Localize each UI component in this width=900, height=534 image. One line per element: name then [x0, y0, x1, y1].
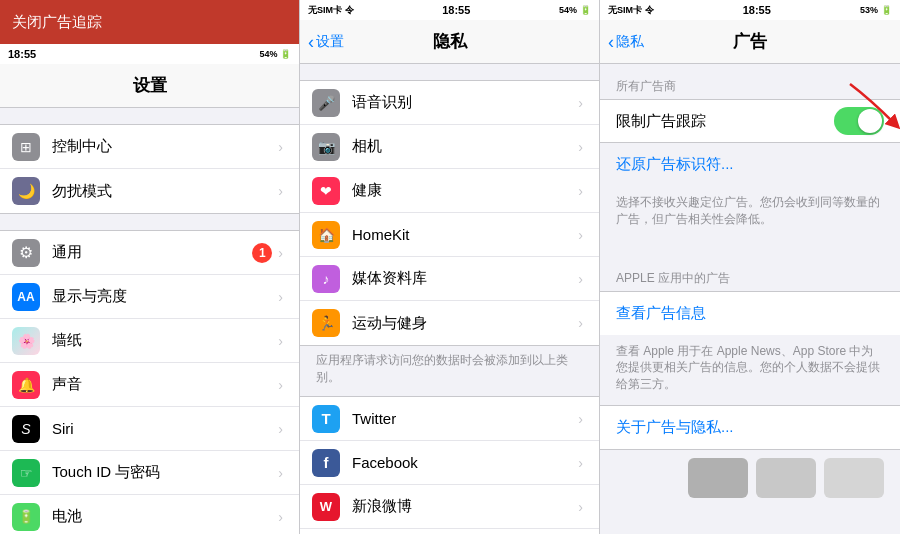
no-sim-p3: 无SIM卡 令 — [608, 4, 654, 17]
media-label: 媒体资料库 — [352, 269, 578, 288]
touchid-label: Touch ID 与密码 — [52, 463, 278, 482]
chevron-icon: › — [578, 227, 583, 243]
nav-title-p1: 设置 — [133, 74, 167, 97]
privacy-item-health[interactable]: ❤ 健康 › — [300, 169, 599, 213]
touchid-icon: ☞ — [12, 459, 40, 487]
chevron-icon: › — [578, 95, 583, 111]
settings-item-wallpaper[interactable]: 🌸 墙纸 › — [0, 319, 299, 363]
status-bar-p2: 无SIM卡 令 18:55 54% 🔋 — [300, 0, 599, 20]
nav-back-label-p3: 隐私 — [616, 33, 644, 51]
siri-icon: S — [12, 415, 40, 443]
thumb-1 — [688, 458, 748, 498]
panel-advertising: 无SIM卡 令 18:55 53% 🔋 ‹ 隐私 广告 所有广告商 限制广告跟踪 — [600, 0, 900, 534]
settings-item-siri[interactable]: S Siri › — [0, 407, 299, 451]
chevron-icon: › — [278, 333, 283, 349]
limit-tracking-row[interactable]: 限制广告跟踪 — [600, 99, 900, 143]
restore-link[interactable]: 还原广告标识符... — [616, 155, 734, 172]
battery-icon-p2: 🔋 — [580, 5, 591, 15]
status-bar-p3: 无SIM卡 令 18:55 53% 🔋 — [600, 0, 900, 20]
back-arrow-icon: ‹ — [308, 33, 314, 51]
motion-icon: 🏃 — [312, 309, 340, 337]
restore-link-row[interactable]: 还原广告标识符... — [600, 143, 900, 186]
apple-section-label: APPLE 应用中的广告 — [600, 256, 900, 291]
status-bar-p1: 18:55 54% 🔋 — [0, 44, 299, 64]
camera-label: 相机 — [352, 137, 578, 156]
chevron-icon: › — [578, 315, 583, 331]
view-info-row[interactable]: 查看广告信息 — [600, 291, 900, 335]
privacy-group-2: T Twitter › f Facebook › W 新浪微博 › — [300, 396, 599, 534]
battery-p2: 54% — [559, 5, 577, 15]
homekit-label: HomeKit — [352, 226, 578, 243]
ad-desc-1: 选择不接收兴趣定位广告。您仍会收到同等数量的广告，但广告相关性会降低。 — [600, 186, 900, 240]
health-icon: ❤ — [312, 177, 340, 205]
panel-settings: 关闭广告追踪 18:55 54% 🔋 设置 ⊞ 控制中心 › — [0, 0, 300, 534]
privacy-item-tencent[interactable]: 腾 腾讯微博 › — [300, 529, 599, 534]
settings-item-touchid[interactable]: ☞ Touch ID 与密码 › — [0, 451, 299, 495]
nav-back-p2[interactable]: ‹ 设置 — [308, 33, 344, 51]
chevron-icon: › — [278, 289, 283, 305]
time-p1: 18:55 — [8, 48, 36, 60]
homekit-icon: 🏠 — [312, 221, 340, 249]
toggle-thumb — [858, 109, 882, 133]
twitter-icon: T — [312, 405, 340, 433]
nav-bar-p1: 设置 — [0, 64, 299, 108]
settings-item-sound[interactable]: 🔔 声音 › — [0, 363, 299, 407]
battery-icon-p3: 🔋 — [881, 5, 892, 15]
bottom-thumbnails — [600, 450, 900, 506]
dnd-icon: 🌙 — [12, 177, 40, 205]
privacy-item-motion[interactable]: 🏃 运动与健身 › — [300, 301, 599, 345]
view-info-link[interactable]: 查看广告信息 — [616, 304, 706, 321]
battery-p3: 53% — [860, 5, 878, 15]
general-icon: ⚙ — [12, 239, 40, 267]
wallpaper-icon: 🌸 — [12, 327, 40, 355]
media-icon: ♪ — [312, 265, 340, 293]
nav-back-label: 设置 — [316, 33, 344, 51]
all-advertisers-label: 所有广告商 — [600, 64, 900, 99]
nav-title-p2: 隐私 — [433, 30, 467, 53]
privacy-item-twitter[interactable]: T Twitter › — [300, 397, 599, 441]
status-icons-p1: 54% 🔋 — [259, 49, 291, 59]
top-banner[interactable]: 关闭广告追踪 — [0, 0, 299, 44]
no-sim-p2: 无SIM卡 令 — [308, 4, 354, 17]
view-info-desc: 查看 Apple 用于在 Apple News、App Store 中为您提供更… — [600, 335, 900, 405]
chevron-icon: › — [578, 411, 583, 427]
control-center-icon: ⊞ — [12, 133, 40, 161]
nav-title-p3: 广告 — [733, 30, 767, 53]
settings-item-control-center[interactable]: ⊞ 控制中心 › — [0, 125, 299, 169]
settings-item-dnd[interactable]: 🌙 勿扰模式 › — [0, 169, 299, 213]
settings-item-display[interactable]: AA 显示与亮度 › — [0, 275, 299, 319]
settings-group-1: ⊞ 控制中心 › 🌙 勿扰模式 › — [0, 124, 299, 214]
nav-bar-p3: ‹ 隐私 广告 — [600, 20, 900, 64]
limit-tracking-toggle[interactable] — [834, 107, 884, 135]
chevron-icon: › — [278, 245, 283, 261]
settings-item-battery[interactable]: 🔋 电池 › — [0, 495, 299, 534]
time-p2: 18:55 — [442, 4, 470, 16]
status-icons-p3: 53% 🔋 — [860, 5, 892, 15]
chevron-icon: › — [278, 421, 283, 437]
privacy-item-camera[interactable]: 📷 相机 › — [300, 125, 599, 169]
facebook-icon: f — [312, 449, 340, 477]
general-badge: 1 — [252, 243, 272, 263]
about-link-row[interactable]: 关于广告与隐私... — [600, 405, 900, 450]
nav-back-p3[interactable]: ‹ 隐私 — [608, 33, 644, 51]
privacy-list: 🎤 语音识别 › 📷 相机 › ❤ 健康 › � — [300, 64, 599, 534]
motion-label: 运动与健身 — [352, 314, 578, 333]
privacy-item-homekit[interactable]: 🏠 HomeKit › — [300, 213, 599, 257]
chevron-icon: › — [578, 455, 583, 471]
privacy-item-weibo[interactable]: W 新浪微博 › — [300, 485, 599, 529]
privacy-item-speech[interactable]: 🎤 语音识别 › — [300, 81, 599, 125]
chevron-icon: › — [278, 465, 283, 481]
sound-label: 声音 — [52, 375, 278, 394]
control-center-label: 控制中心 — [52, 137, 278, 156]
thumb-2 — [756, 458, 816, 498]
chevron-icon: › — [278, 183, 283, 199]
thumb-3 — [824, 458, 884, 498]
settings-group-2: ⚙ 通用 1 › AA 显示与亮度 › 🌸 墙纸 › — [0, 230, 299, 534]
settings-item-general[interactable]: ⚙ 通用 1 › — [0, 231, 299, 275]
privacy-item-facebook[interactable]: f Facebook › — [300, 441, 599, 485]
about-link[interactable]: 关于广告与隐私... — [616, 418, 734, 435]
battery-icon: 🔋 — [12, 503, 40, 531]
chevron-icon: › — [278, 509, 283, 525]
privacy-item-media[interactable]: ♪ 媒体资料库 › — [300, 257, 599, 301]
twitter-label: Twitter — [352, 410, 578, 427]
